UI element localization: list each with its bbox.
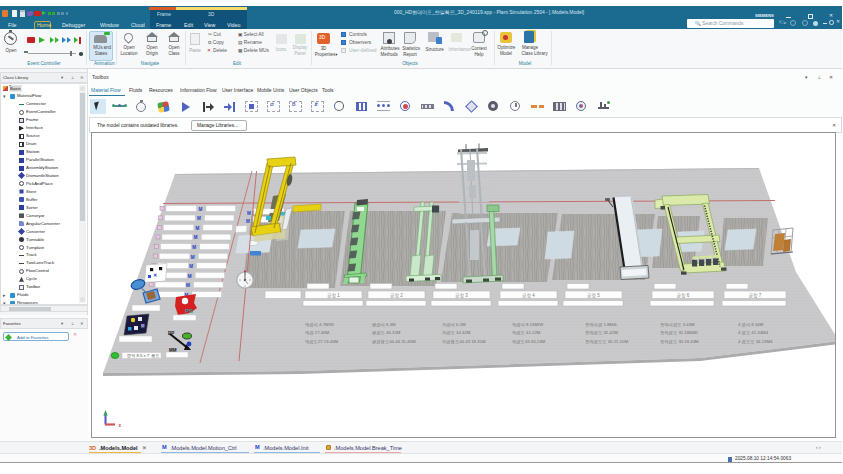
svg-text:4 곰도도 34.23M4: 4 곰도도 34.23M4 [738, 339, 773, 344]
svg-text:x: x [119, 423, 122, 428]
svg-text:M: M [199, 207, 203, 212]
svg-text:천재곰도 31.42M: 천재곰도 31.42M [585, 330, 618, 335]
svg-text:재곰도43.34.24M: 재곰도43.34.24M [512, 339, 546, 344]
svg-text:번곰용도44.44.31.46M: 번곰용도44.44.31.46M [372, 339, 416, 344]
svg-text:4 곰도 41.34M4: 4 곰도 41.34M4 [738, 330, 769, 335]
svg-text:천재여곰 1.8M4L: 천재여곰 1.8M4L [585, 322, 618, 327]
svg-text:자곰용도44.43.18.35M: 자곰용도44.43.18.35M [442, 339, 486, 344]
svg-text:BP: BP [168, 331, 174, 336]
svg-text:재곰도 41.22M: 재곰도 41.22M [512, 330, 541, 335]
svg-text:M: M [247, 211, 251, 216]
svg-text:천재여곰도 3.43M: 천재여곰도 3.43M [660, 322, 695, 327]
svg-text:천재곰도도 30.21.20M: 천재곰도도 30.21.20M [585, 339, 628, 344]
svg-text:재곰여 4.7M/W: 재곰여 4.7M/W [305, 322, 335, 327]
svg-text:번곰여 6.3M: 번곰여 6.3M [372, 322, 396, 327]
svg-text:M: M [246, 219, 250, 224]
svg-text:M: M [195, 226, 199, 231]
svg-text:재곰 27.46M: 재곰 27.46M [305, 330, 330, 335]
svg-text:M: M [197, 216, 201, 221]
svg-text:PS: PS [185, 308, 193, 314]
svg-text:재곰도27.74.46M: 재곰도27.74.46M [305, 339, 339, 344]
svg-text:면적 8.5 x 7' 용도: 면적 8.5 x 7' 용도 [127, 353, 159, 358]
svg-text:번곰도 46.32M: 번곰도 46.32M [372, 330, 401, 335]
svg-text:재곰여 8.13M/W: 재곰여 8.13M/W [512, 322, 544, 327]
svg-text:자곰여 6.2M: 자곰여 6.2M [442, 322, 466, 327]
svg-text:M: M [194, 235, 198, 240]
svg-text:천재곰도 30.18.43M: 천재곰도 30.18.43M [660, 339, 699, 344]
svg-text:자곰도 34.32M: 자곰도 34.32M [442, 330, 471, 335]
svg-text:4 곰여 8.34M: 4 곰여 8.34M [738, 322, 764, 327]
svg-text:M: M [192, 245, 196, 250]
svg-text:✕: ✕ [153, 272, 157, 278]
svg-text:M: M [189, 264, 193, 269]
svg-text:M: M [191, 255, 195, 260]
svg-text:M: M [188, 274, 192, 279]
svg-text:M: M [186, 283, 190, 288]
svg-text:천재곰도 31.18M4K: 천재곰도 31.18M4K [660, 330, 698, 335]
